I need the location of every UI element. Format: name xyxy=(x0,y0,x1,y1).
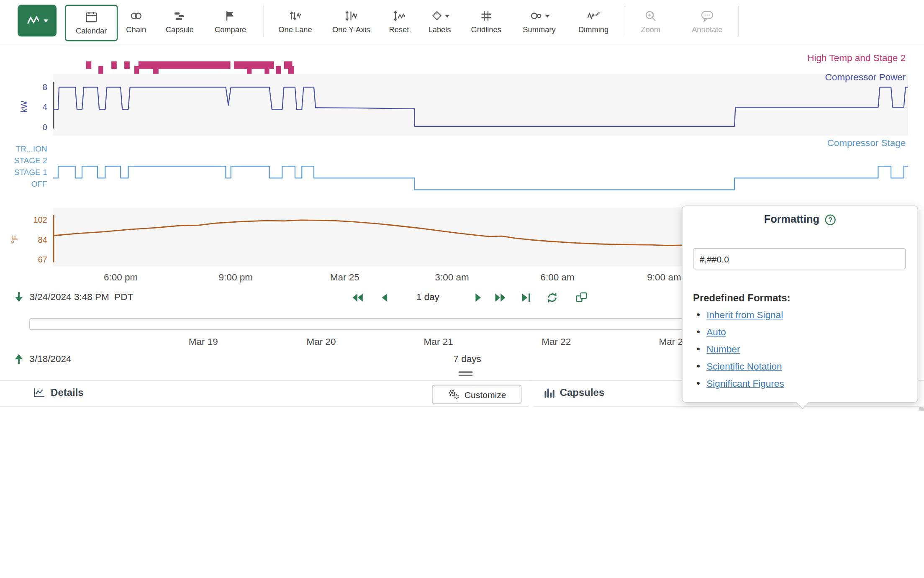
step-forward-button[interactable] xyxy=(472,291,485,304)
toolbar-label: Zoom xyxy=(630,26,671,34)
series-compressor-stage xyxy=(53,166,908,190)
capsule-bar[interactable] xyxy=(153,66,159,74)
toolbar-chain[interactable]: Chain xyxy=(116,5,157,39)
power-tick-0: 0 xyxy=(23,123,47,132)
toolbar-separator xyxy=(738,6,739,36)
capsules-scrollbar[interactable] xyxy=(919,407,924,411)
toolbar-label: Capsule xyxy=(159,26,200,34)
capsule-bar[interactable] xyxy=(134,66,139,74)
horizontal-splitter-handle[interactable] xyxy=(459,371,473,378)
toolbar-label: Labels xyxy=(419,26,460,34)
toolbar-label: Annotate xyxy=(687,26,728,34)
format-option: Inherit from Signal xyxy=(696,306,784,324)
overview-label: Mar 22 xyxy=(530,337,583,347)
overview-label: Mar 21 xyxy=(412,337,465,347)
customize-button[interactable]: Customize xyxy=(432,385,521,404)
calendar-icon xyxy=(66,6,117,26)
format-option-link[interactable]: Inherit from Signal xyxy=(706,310,783,320)
capsule-bar[interactable] xyxy=(139,61,231,69)
toolbar-label: One Y-Axis xyxy=(331,26,372,34)
toolbar-label: Calendar xyxy=(66,26,117,35)
step-back-fast-button[interactable] xyxy=(351,291,364,304)
capsule-bar[interactable] xyxy=(247,66,252,74)
toolbar-reset[interactable]: Reset xyxy=(378,5,420,39)
toolbar-dimming[interactable]: Dimming xyxy=(573,5,614,39)
gears-icon xyxy=(447,388,460,401)
toolbar-gridlines[interactable]: Gridlines xyxy=(465,5,507,39)
temp-tick-67: 67 xyxy=(23,254,47,264)
toolbar-label: Summary xyxy=(518,26,560,34)
investigate-range-duration[interactable]: 7 days xyxy=(444,354,491,364)
capsule-bar[interactable] xyxy=(288,66,294,74)
toolbar-separator xyxy=(263,6,264,36)
x-axis-label: 6:00 am xyxy=(531,272,584,283)
format-option-link[interactable]: Auto xyxy=(706,327,726,337)
toolbar-label: One Lane xyxy=(275,26,316,34)
capsule-bar[interactable] xyxy=(264,66,269,74)
shift-range-up-arrow[interactable] xyxy=(12,352,26,366)
power-tick-8: 8 xyxy=(23,82,47,92)
chevron-down-icon xyxy=(44,19,48,22)
investigate-range-start[interactable]: 3/18/2024 xyxy=(29,354,71,364)
step-back-button[interactable] xyxy=(378,291,391,304)
one-lane-icon xyxy=(275,5,316,25)
refresh-button[interactable] xyxy=(545,290,560,305)
x-axis-label: 6:00 pm xyxy=(94,272,147,283)
capsules-table-header: Start Avg xyxy=(533,407,924,411)
capsules-title: Capsules xyxy=(560,387,604,399)
toolbar-label: Compare xyxy=(210,26,251,34)
chevron-down-icon xyxy=(545,14,549,17)
overview-label: Mar 19 xyxy=(177,337,230,347)
help-icon[interactable]: ? xyxy=(824,213,836,225)
capsule-bar[interactable] xyxy=(98,66,103,74)
predefined-formats-heading: Predefined Formats: xyxy=(693,292,791,304)
customize-label: Customize xyxy=(465,389,506,399)
power-axis-unit: kW xyxy=(19,101,28,113)
toolbar-calendar[interactable]: Calendar xyxy=(65,5,118,41)
trend-logo-icon xyxy=(26,15,41,26)
step-size-label[interactable]: 1 day xyxy=(410,292,445,302)
format-option: Significant Figures xyxy=(696,375,784,392)
series-compressor-power xyxy=(53,87,908,126)
reset-axes-icon xyxy=(378,5,420,25)
stage-label-stage1: STAGE 1 xyxy=(5,168,47,177)
format-option: Auto xyxy=(696,324,784,341)
format-option-link[interactable]: Scientific Notation xyxy=(706,361,782,371)
worksheet-type-button[interactable] xyxy=(18,5,56,36)
toolbar-label: Gridlines xyxy=(465,26,507,34)
shift-range-down-arrow[interactable] xyxy=(12,290,26,304)
format-option: Number xyxy=(696,341,784,358)
capsule-bar[interactable] xyxy=(111,61,117,69)
format-option-link[interactable]: Number xyxy=(706,344,740,355)
stage-label-off: OFF xyxy=(5,180,47,189)
summary-icon xyxy=(529,9,543,23)
toolbar-capsule[interactable]: Capsule xyxy=(159,5,200,39)
toolbar-one-y-axis[interactable]: One Y-Axis xyxy=(331,5,372,39)
toolbar-compare[interactable]: Compare xyxy=(210,5,251,39)
step-to-end-button[interactable] xyxy=(520,291,533,304)
toolbar-label: Reset xyxy=(378,26,420,34)
toolbar-label: Chain xyxy=(116,26,157,34)
toolbar-annotate: Annotate xyxy=(687,5,728,39)
capsule-bar[interactable] xyxy=(86,61,92,69)
capsule-bar[interactable] xyxy=(124,61,130,69)
toolbar-one-lane[interactable]: One Lane xyxy=(275,5,316,39)
chevron-down-icon xyxy=(444,14,449,17)
display-range-start[interactable]: 3/24/2024 3:48 PM PDT xyxy=(29,292,133,302)
popup-title: Formatting xyxy=(764,213,819,226)
dimming-icon xyxy=(573,5,614,25)
svg-text:?: ? xyxy=(828,216,832,223)
step-forward-fast-button[interactable] xyxy=(494,291,507,304)
formatting-popup: Formatting ? Predefined Formats: Inherit… xyxy=(682,206,918,402)
toolbar-summary[interactable]: Summary xyxy=(518,5,560,39)
copy-range-button[interactable] xyxy=(575,290,589,305)
overview-label: Mar 20 xyxy=(295,337,348,347)
predefined-format-list: Inherit from Signal Auto Number Scientif… xyxy=(696,306,784,392)
capsule-bar[interactable] xyxy=(276,66,281,74)
format-string-input[interactable] xyxy=(693,248,906,270)
format-option-link[interactable]: Significant Figures xyxy=(706,378,784,388)
temp-tick-84: 84 xyxy=(23,235,47,245)
temp-axis-unit: °F xyxy=(10,235,20,244)
toolbar-labels[interactable]: Labels xyxy=(419,5,460,39)
gridlines-icon xyxy=(465,5,507,25)
